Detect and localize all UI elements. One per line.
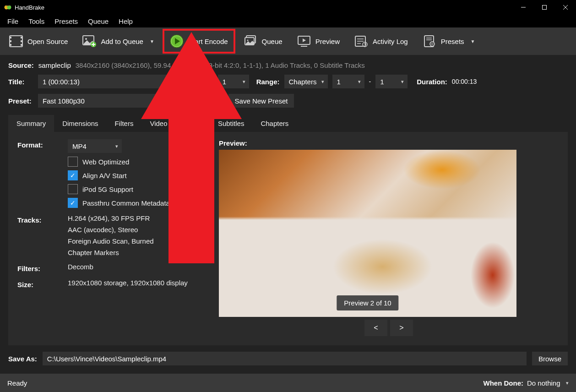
start-encode-button[interactable]: Start Encode — [163, 29, 235, 54]
preview-panel: Preview: Preview 2 of 10 < > — [219, 139, 559, 366]
preview-label: Preview: — [219, 139, 559, 147]
browse-button[interactable]: Browse — [532, 352, 568, 365]
menu-queue[interactable]: Queue — [83, 16, 113, 27]
preview-image: Preview 2 of 10 — [219, 150, 516, 317]
menubar: File Tools Presets Queue Help — [0, 15, 576, 27]
close-button[interactable] — [555, 0, 576, 15]
preset-row: Preset: Fast 1080p30 Reload Save New Pre… — [8, 94, 568, 108]
preview-prev-button[interactable]: < — [364, 320, 387, 336]
track-line: AAC (avcodec), Stereo — [68, 226, 205, 234]
tab-body: Format: MP4 Web Optimized ✓Align A/V Sta… — [8, 132, 568, 374]
toolbar-label: Open Source — [27, 38, 68, 45]
title-select[interactable]: 1 (00:00:13) — [38, 75, 185, 88]
preview-next-button[interactable]: > — [390, 320, 413, 336]
checkbox-icon — [68, 157, 78, 167]
body-area: Source: sampleclip 3840x2160 (3840x2160)… — [0, 55, 576, 374]
source-info: 3840x2160 (3840x2160), 59.94 FPS, SDR (8… — [76, 61, 365, 69]
angle-select[interactable]: 1 — [218, 75, 249, 88]
gear-icon — [423, 35, 436, 48]
format-label: Format: — [17, 139, 59, 149]
track-line: Chapter Markers — [68, 249, 205, 256]
tab-summary[interactable]: Summary — [8, 115, 54, 132]
chevron-down-icon: ▼ — [471, 39, 475, 44]
align-av-start-checkbox[interactable]: ✓Align A/V Start — [68, 170, 205, 180]
toolbar-label: Preview — [315, 38, 340, 45]
checkbox-label: Passthru Common Metadata — [82, 199, 170, 207]
tab-dimensions[interactable]: Dimensions — [54, 115, 106, 132]
image-add-icon — [82, 35, 96, 48]
range-mode-select[interactable]: Chapters — [284, 75, 328, 88]
checkbox-label: iPod 5G Support — [82, 185, 133, 193]
toolbar-label: Presets — [441, 38, 464, 45]
web-optimized-checkbox[interactable]: Web Optimized — [68, 157, 205, 167]
title-row: Title: 1 (00:00:13) Angle: 1 Range: Chap… — [8, 75, 568, 88]
checkbox-icon — [68, 184, 78, 194]
ipod-5g-support-checkbox[interactable]: iPod 5G Support — [68, 184, 205, 194]
summary-left-col: Format: MP4 Web Optimized ✓Align A/V Sta… — [17, 139, 205, 366]
preset-select[interactable]: Fast 1080p30 — [38, 94, 185, 108]
window-title: HandBrake — [15, 4, 44, 11]
preview-button[interactable]: Preview — [291, 29, 346, 54]
checkbox-label: Web Optimized — [82, 158, 129, 166]
source-row: Source: sampleclip 3840x2160 (3840x2160)… — [8, 61, 568, 69]
presets-button[interactable]: Presets ▼ — [416, 29, 482, 54]
status-text: Ready — [7, 379, 27, 387]
filters-label: Filters: — [17, 263, 59, 272]
svg-rect-8 — [10, 37, 11, 38]
track-line: H.264 (x264), 30 FPS PFR — [68, 214, 205, 222]
toolbar-label: Activity Log — [373, 38, 408, 45]
angle-label: Angle: — [192, 78, 213, 86]
toolbar: Open Source Add to Queue ▼ Start Encode … — [0, 27, 576, 55]
when-done-select[interactable]: Do nothing — [527, 379, 569, 387]
size-label: Size: — [17, 279, 59, 289]
tab-filters[interactable]: Filters — [107, 115, 142, 132]
format-select[interactable]: MP4 — [68, 139, 122, 153]
svg-rect-4 — [543, 5, 547, 10]
maximize-button[interactable] — [534, 0, 555, 15]
menu-tools[interactable]: Tools — [24, 16, 49, 27]
queue-button[interactable]: Queue — [237, 29, 289, 54]
range-from-select[interactable]: 1 — [332, 75, 364, 88]
app-icon — [4, 3, 12, 11]
passthru-metadata-checkbox[interactable]: ✓Passthru Common Metadata — [68, 198, 205, 208]
svg-rect-13 — [21, 44, 22, 46]
add-to-queue-button[interactable]: Add to Queue ▼ — [76, 29, 160, 54]
tab-chapters[interactable]: Chapters — [252, 115, 297, 132]
toolbar-label: Start Encode — [188, 38, 228, 45]
stack-icon — [244, 35, 257, 48]
checkbox-icon: ✓ — [68, 198, 78, 208]
track-line: Foreign Audio Scan, Burned — [68, 237, 205, 245]
save-as-input[interactable] — [43, 352, 527, 365]
toolbar-label: Queue — [262, 38, 283, 45]
film-icon — [9, 35, 23, 48]
tab-headers: Summary Dimensions Filters Video Audio S… — [8, 115, 568, 132]
preset-label: Preset: — [8, 97, 33, 105]
open-source-button[interactable]: Open Source — [3, 29, 74, 54]
minimize-button[interactable] — [513, 0, 534, 15]
status-bar: Ready When Done: Do nothing — [0, 374, 576, 392]
svg-point-23 — [247, 40, 248, 41]
range-to-select[interactable]: 1 — [375, 75, 408, 88]
play-icon — [170, 35, 184, 48]
svg-rect-11 — [21, 37, 22, 38]
svg-point-15 — [85, 38, 87, 40]
checkbox-label: Align A/V Start — [82, 172, 127, 180]
menu-presets[interactable]: Presets — [50, 16, 82, 27]
svg-rect-9 — [10, 40, 11, 42]
tracks-label: Tracks: — [17, 214, 59, 224]
checkbox-icon: ✓ — [68, 170, 78, 180]
preview-counter: Preview 2 of 10 — [337, 295, 398, 310]
tab-audio[interactable]: Audio — [176, 115, 210, 132]
menu-file[interactable]: File — [3, 16, 23, 27]
activity-log-button[interactable]: Activity Log — [348, 29, 414, 54]
menu-help[interactable]: Help — [114, 16, 137, 27]
svg-rect-12 — [21, 40, 22, 42]
size-value: 1920x1080 storage, 1920x1080 display — [68, 279, 205, 287]
save-as-row: Save As: Browse — [0, 345, 576, 374]
tab-subtitles[interactable]: Subtitles — [210, 115, 253, 132]
tab-video[interactable]: Video — [141, 115, 175, 132]
range-label: Range: — [256, 78, 280, 86]
reload-preset-button[interactable]: Reload — [189, 94, 224, 108]
save-new-preset-button[interactable]: Save New Preset — [228, 94, 294, 108]
source-name: sampleclip — [38, 61, 71, 69]
